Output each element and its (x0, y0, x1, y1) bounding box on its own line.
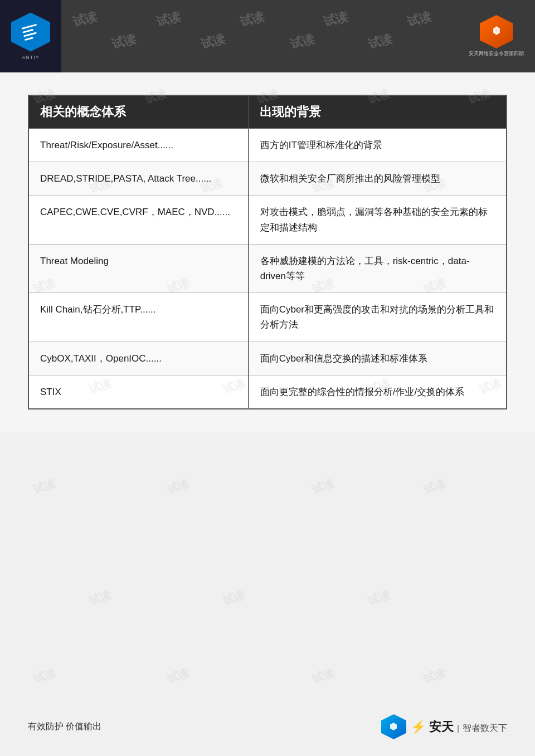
footer-brand-subtext: 智者数天下 (463, 723, 507, 733)
footer-logo-icon (381, 714, 406, 739)
logo-line-4 (25, 37, 33, 41)
header-wm-2: 试读 (154, 8, 182, 31)
page-watermark-19: 试读 (310, 476, 337, 498)
header-right-icon (480, 15, 513, 48)
logo-lines (21, 23, 40, 40)
main-content: 相关的概念体系 出现的背景 Threat/Risk/Exposure/Asset… (0, 72, 535, 432)
logo-box: ANTIY (0, 0, 61, 72)
footer-brand: ⚡ 安天 | 智者数天下 (411, 720, 507, 734)
logo-text: ANTIY (22, 55, 40, 60)
page-watermark-24: 试读 (32, 665, 58, 687)
page-watermark-21: 试读 (87, 587, 114, 609)
table-row: STIX面向更完整的综合性的情报分析/作业/交换的体系 (28, 375, 507, 409)
header-wm-5: 试读 (405, 8, 433, 31)
logo-hexagon (11, 13, 50, 52)
table-row: Threat Modeling各种威胁建模的方法论，工具，risk-centri… (28, 244, 507, 292)
table-row: CybOX,TAXII，OpenIOC......面向Cyber和信息交换的描述… (28, 342, 507, 375)
table-cell-col1: Threat/Risk/Exposure/Asset...... (28, 129, 249, 162)
table-cell-col1: CAPEC,CWE,CVE,CVRF，MAEC，NVD...... (28, 196, 249, 244)
header: 试读 试读 试读 试读 试读 试读 试读 试读 试读 ANTIY 安天网络安 (0, 0, 535, 72)
footer-brand-container: ⚡ 安天 | 智者数天下 (411, 719, 507, 735)
table-cell-col1: STIX (28, 375, 249, 409)
table-cell-col2: 各种威胁建模的方法论，工具，risk-centric，data-driven等等 (249, 244, 507, 292)
page-watermark-22: 试读 (221, 587, 247, 609)
table-row: Threat/Risk/Exposure/Asset......西方的IT管理和… (28, 129, 507, 162)
table-cell-col1: Kill Chain,钻石分析,TTP...... (28, 293, 249, 342)
header-right-svg (489, 24, 504, 40)
table-header-row: 相关的概念体系 出现的背景 (28, 95, 507, 129)
page-watermark-18: 试读 (166, 476, 192, 498)
table-row: DREAD,STRIDE,PASTA, Attack Tree......微软和… (28, 162, 507, 196)
header-wm-4: 试读 (322, 8, 349, 31)
table-cell-col2: 微软和相关安全厂商所推出的风险管理模型 (249, 162, 507, 196)
header-watermarks: 试读 试读 试读 试读 试读 试读 试读 试读 试读 (0, 0, 535, 72)
header-wm-7: 试读 (199, 31, 227, 53)
table-cell-col2: 面向Cyber和信息交换的描述和标准体系 (249, 342, 507, 375)
footer-right-logo: ⚡ 安天 | 智者数天下 (381, 714, 507, 739)
logo-line-2 (22, 28, 33, 33)
footer: 有效防护 价值输出 ⚡ 安天 | 智者数天下 (0, 714, 535, 739)
header-wm-8: 试读 (288, 31, 316, 53)
page-watermark-23: 试读 (366, 587, 392, 609)
table-row: CAPEC,CWE,CVE,CVRF，MAEC，NVD......对攻击模式，脆… (28, 196, 507, 244)
header-right-logo: 安天网络安全令营第四期 (469, 15, 524, 57)
data-table: 相关的概念体系 出现的背景 Threat/Risk/Exposure/Asset… (28, 95, 507, 409)
table-cell-col1: DREAD,STRIDE,PASTA, Attack Tree...... (28, 162, 249, 196)
page-watermark-27: 试读 (422, 665, 448, 687)
header-wm-6: 试读 (110, 31, 138, 53)
header-wm-3: 试读 (238, 8, 266, 31)
footer-brand-separator: | (457, 724, 459, 733)
table-cell-col1: Threat Modeling (28, 244, 249, 292)
footer-left-text: 有效防护 价值输出 (28, 721, 101, 733)
footer-brand-name: 安天 (429, 720, 454, 734)
page-watermark-26: 试读 (310, 665, 337, 687)
header-right-label: 安天网络安全令营第四期 (469, 50, 524, 57)
header-wm-1: 试读 (71, 8, 99, 31)
footer-logo-svg (387, 721, 400, 733)
page-watermark-20: 试读 (422, 476, 448, 498)
table-cell-col2: 对攻击模式，脆弱点，漏洞等各种基础的安全元素的标定和描述结构 (249, 196, 507, 244)
col1-header: 相关的概念体系 (28, 95, 249, 129)
table-cell-col2: 面向更完整的综合性的情报分析/作业/交换的体系 (249, 375, 507, 409)
table-row: Kill Chain,钻石分析,TTP......面向Cyber和更高强度的攻击… (28, 293, 507, 342)
table-cell-col1: CybOX,TAXII，OpenIOC...... (28, 342, 249, 375)
col2-header: 出现的背景 (249, 95, 507, 129)
table-cell-col2: 面向Cyber和更高强度的攻击和对抗的场景的分析工具和分析方法 (249, 293, 507, 342)
table-cell-col2: 西方的IT管理和标准化的背景 (249, 129, 507, 162)
logo-line-1 (21, 23, 37, 29)
page-watermark-25: 试读 (166, 665, 192, 687)
header-wm-9: 试读 (366, 31, 394, 53)
page-watermark-17: 试读 (32, 476, 58, 498)
footer-brand-icon: ⚡ (411, 720, 426, 734)
